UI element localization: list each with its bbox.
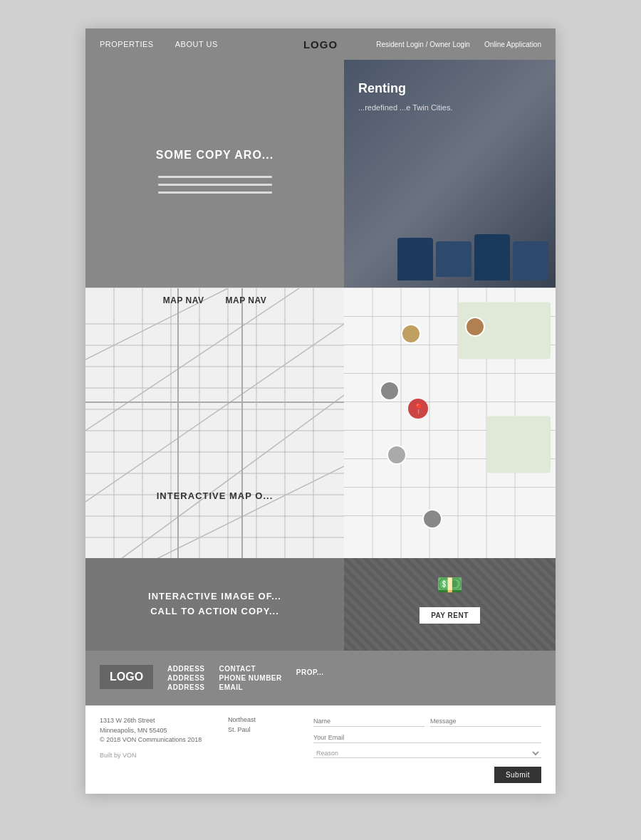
map-pin-6[interactable] <box>465 317 485 337</box>
footer-phone: PHONE NUMBER <box>219 674 282 682</box>
bottom-middle: Northeast St. Paul <box>228 716 299 783</box>
hero-left: SOME COPY ARO... <box>85 60 344 288</box>
hero-right-content: Renting ...redefined ...e Twin Cities. <box>344 60 556 288</box>
navbar-logo: LOGO <box>303 38 338 51</box>
form-message-input[interactable] <box>430 716 541 727</box>
svg-line-21 <box>85 324 344 502</box>
navbar-right: Resident Login / Owner Login Online Appl… <box>320 41 541 48</box>
footer-email: EMAIL <box>219 683 282 691</box>
money-icon: 💵 <box>437 572 463 597</box>
cta-line1: INTERACTIVE IMAGE OF... <box>148 591 281 602</box>
hero-line-1 <box>158 176 272 178</box>
map-section: MAP NAV MAP NAV <box>85 288 556 558</box>
hero-line-2 <box>158 184 272 186</box>
bottom-left: 1313 W 26th Street Minneapolis, MN 55405… <box>100 716 214 783</box>
footer-contact: CONTACT PHONE NUMBER EMAIL <box>219 665 282 691</box>
nav-about[interactable]: ABOUT US <box>175 40 218 48</box>
map-pin-4[interactable] <box>387 445 407 465</box>
bottom-addr1: 1313 W 26th Street <box>100 716 214 726</box>
hero-line-3 <box>158 191 272 194</box>
map-nav-2[interactable]: MAP NAV <box>226 295 267 305</box>
cta-section: INTERACTIVE IMAGE OF... CALL TO ACTION C… <box>85 558 556 651</box>
cta-left: INTERACTIVE IMAGE OF... CALL TO ACTION C… <box>85 558 344 651</box>
chair-2 <box>436 241 471 277</box>
hero-lines <box>158 176 272 199</box>
bottom-area2: St. Paul <box>228 726 299 733</box>
navbar-left: PROPERTIES ABOUT US <box>100 40 320 48</box>
form-name-input[interactable] <box>313 716 424 727</box>
hero-right: Renting ...redefined ...e Twin Cities. <box>344 60 556 288</box>
map-left[interactable]: MAP NAV MAP NAV <box>85 288 344 558</box>
footer-prop: PROP... <box>296 665 541 678</box>
footer-address: ADDRESS ADDRESS ADDRESS <box>167 665 204 691</box>
bottom-built: Built by VON <box>100 751 214 761</box>
svg-rect-42 <box>486 416 551 473</box>
nav-resident-login[interactable]: Resident Login / Owner Login <box>376 41 470 48</box>
footer-addr2: ADDRESS <box>167 674 204 682</box>
bottom-area1: Northeast <box>228 716 299 723</box>
chair-4 <box>513 241 548 280</box>
map-label: INTERACTIVE MAP O... <box>157 490 273 501</box>
footer-addr1: ADDRESS <box>167 665 204 673</box>
map-nav-1[interactable]: MAP NAV <box>163 295 204 305</box>
svg-line-22 <box>121 395 344 558</box>
map-pin-5[interactable] <box>422 509 442 529</box>
footer-prop-label: PROP... <box>296 668 324 676</box>
chair-area <box>344 151 556 288</box>
nav-properties[interactable]: PROPERTIES <box>100 40 154 48</box>
form-row-1 <box>313 716 541 727</box>
bottom-copyright: © 2018 VON Communications 2018 <box>100 735 214 745</box>
pay-rent-button[interactable]: PAY RENT <box>419 607 480 624</box>
nav-online-application[interactable]: Online Application <box>484 41 541 48</box>
map-pin-1[interactable] <box>401 324 421 344</box>
map-pin-2[interactable] <box>380 381 400 401</box>
navbar: PROPERTIES ABOUT US LOGO Resident Login … <box>85 28 556 60</box>
map-pin-3[interactable]: 📍 <box>408 399 428 419</box>
bottom-addr2: Minneapolis, MN 55405 <box>100 726 214 736</box>
form-row-2 <box>313 733 541 743</box>
chair-3 <box>474 234 510 280</box>
footer-contact-label: CONTACT <box>219 665 282 673</box>
hero-renting-title: Renting <box>358 81 541 96</box>
chair-1 <box>397 238 433 280</box>
map-right[interactable]: 📍 <box>344 288 556 558</box>
map-nav-bar: MAP NAV MAP NAV <box>85 295 344 305</box>
map-svg <box>85 288 344 558</box>
cta-title: INTERACTIVE IMAGE OF... CALL TO ACTION C… <box>148 589 281 619</box>
bottom-section: 1313 W 26th Street Minneapolis, MN 55405… <box>85 705 556 794</box>
submit-button[interactable]: Submit <box>494 767 541 783</box>
form-email-input[interactable] <box>313 733 541 743</box>
footer: LOGO ADDRESS ADDRESS ADDRESS CONTACT PHO… <box>85 651 556 705</box>
bottom-form: Reason Submit <box>313 716 541 783</box>
footer-logo: LOGO <box>100 665 153 689</box>
form-row-3: Reason <box>313 749 541 758</box>
map-right-svg <box>344 288 556 558</box>
footer-addr3: ADDRESS <box>167 683 204 691</box>
hero-copy-text: SOME COPY ARO... <box>156 149 273 162</box>
cta-right: 💵 PAY RENT <box>344 558 556 651</box>
hero-section: SOME COPY ARO... Renting ...redefined ..… <box>85 60 556 288</box>
hero-renting-sub: ...redefined ...e Twin Cities. <box>358 102 541 114</box>
cta-line2: CALL TO ACTION COPY... <box>150 606 279 616</box>
form-reason-select[interactable]: Reason <box>313 749 541 758</box>
